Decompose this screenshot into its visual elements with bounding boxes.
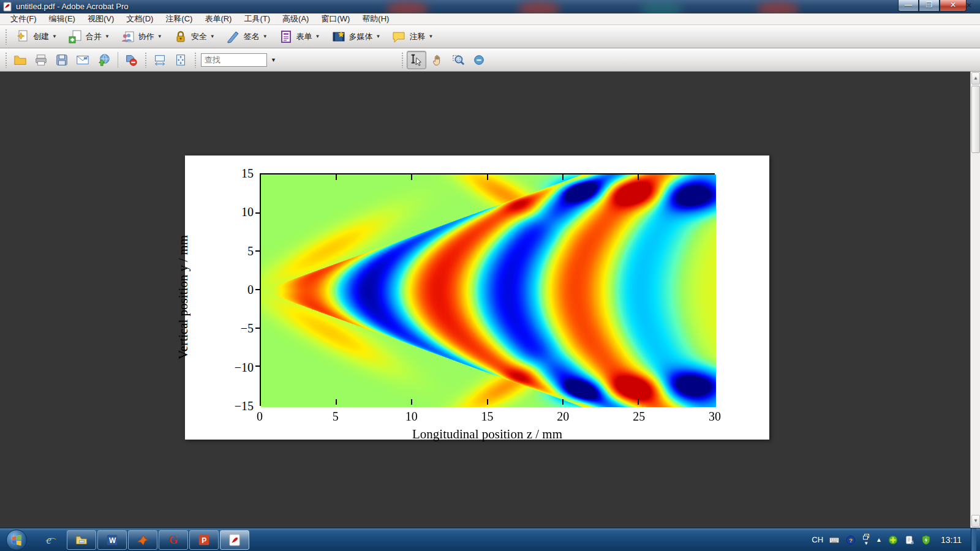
taskbar-clock[interactable]: 13:11 <box>941 535 962 545</box>
collaborate-label: 协作 <box>138 31 154 42</box>
select-tool-button[interactable] <box>407 51 426 69</box>
scrollbar-thumb[interactable] <box>971 86 980 153</box>
y-tick-label: 10 <box>225 205 254 219</box>
power-plug-icon[interactable] <box>904 534 915 545</box>
dropdown-caret-icon[interactable]: ▼ <box>210 34 215 39</box>
explorer-icon <box>75 533 88 547</box>
dropdown-caret-icon[interactable]: ▼ <box>428 34 433 39</box>
keyboard-layout-icon[interactable] <box>829 534 840 545</box>
save-floppy-icon <box>55 53 69 67</box>
fit-width-button[interactable] <box>150 51 170 69</box>
menu-tools[interactable]: 工具(T) <box>238 13 276 25</box>
search-dropdown-caret-icon[interactable]: ▼ <box>271 57 276 63</box>
y-tick-label: 15 <box>225 167 254 181</box>
sign-button[interactable]: 签名▼ <box>221 26 273 47</box>
taskbar-g-app[interactable]: G <box>159 530 188 550</box>
language-indicator[interactable]: CH <box>812 535 823 544</box>
x-tick-label: 0 <box>257 410 263 424</box>
scroll-up-icon[interactable]: ▲ <box>971 72 980 84</box>
marquee-zoom-button[interactable] <box>448 51 468 69</box>
close-button[interactable]: ✕ <box>940 0 967 12</box>
help-tray-icon[interactable]: ? <box>845 534 856 545</box>
restore-button[interactable]: ❐ <box>919 0 940 12</box>
x-tick-label: 10 <box>405 410 418 424</box>
x-tick-label: 20 <box>557 410 569 424</box>
menu-file[interactable]: 文件(F) <box>5 13 42 25</box>
menu-window[interactable]: 窗口(W) <box>315 13 355 25</box>
minimize-button[interactable]: — <box>898 0 919 12</box>
x-tick-label: 30 <box>709 410 721 424</box>
email-button[interactable] <box>73 51 92 69</box>
remove-tool-button[interactable] <box>121 51 141 69</box>
tray-caret-icon[interactable]: ▼ <box>864 541 869 546</box>
vertical-scrollbar[interactable]: ▲ ▼ <box>970 72 980 528</box>
dropdown-caret-icon[interactable]: ▼ <box>315 34 320 39</box>
hand-tool-button[interactable] <box>428 51 447 69</box>
open-folder-icon <box>13 53 27 67</box>
start-button[interactable] <box>6 530 27 550</box>
x-tick-label: 25 <box>633 410 645 424</box>
taskbar-word[interactable]: W <box>97 530 127 550</box>
dropdown-caret-icon[interactable]: ▼ <box>376 34 381 39</box>
dropdown-caret-icon[interactable]: ▼ <box>52 34 57 39</box>
menu-help[interactable]: 帮助(H) <box>356 13 394 25</box>
comment-icon <box>391 29 406 44</box>
fit-page-button[interactable] <box>171 51 190 69</box>
menu-edit[interactable]: 编辑(E) <box>43 13 81 25</box>
open-button[interactable] <box>10 51 30 69</box>
taskbar-internet-explorer[interactable]: e <box>36 530 66 550</box>
file-toolbar: ▼ <box>0 48 980 72</box>
search-input[interactable] <box>201 53 267 67</box>
remove-minus-icon <box>124 53 138 67</box>
y-axis-label: Vertical position y / mm <box>176 218 191 377</box>
taskbar-acrobat[interactable] <box>220 530 249 550</box>
collaborate-button[interactable]: 协作▼ <box>116 26 167 47</box>
create-button[interactable]: 创建▼ <box>10 26 62 47</box>
marquee-zoom-icon <box>451 53 465 67</box>
menu-document[interactable]: 文档(D) <box>121 13 159 25</box>
toolbar-grip <box>5 29 8 45</box>
dropdown-caret-icon[interactable]: ▼ <box>157 34 162 39</box>
window-switch-icon[interactable] <box>862 533 870 541</box>
save-button[interactable] <box>52 51 72 69</box>
windows-logo-icon <box>10 533 23 547</box>
scroll-down-icon[interactable]: ▼ <box>971 515 980 527</box>
taskbar-matlab[interactable] <box>128 530 157 550</box>
combine-button[interactable]: 合并▼ <box>63 26 115 47</box>
taskbar-explorer[interactable] <box>67 530 96 550</box>
document-close-icon[interactable]: ✕ <box>964 1 974 10</box>
tasks-toolbar: 创建▼合并▼协作▼安全▼签名▼表单▼多媒体▼注释▼ <box>0 25 980 48</box>
fit-width-icon <box>153 53 167 67</box>
show-desktop-button[interactable] <box>971 528 976 551</box>
upload-web-button[interactable] <box>94 51 113 69</box>
secure-button[interactable]: 安全▼ <box>168 26 220 47</box>
forms-button[interactable]: 表单▼ <box>274 26 325 47</box>
heatmap-canvas <box>261 174 716 407</box>
toolbar-grip <box>194 52 197 68</box>
menu-bar: 文件(F)编辑(E)视图(V)文档(D)注释(C)表单(R)工具(T)高级(A)… <box>0 13 980 25</box>
acrobat-icon <box>228 533 241 547</box>
email-icon <box>76 53 89 67</box>
hand-tool-icon <box>431 53 444 67</box>
menu-forms[interactable]: 表单(R) <box>199 13 237 25</box>
x-tick-mark <box>562 399 564 405</box>
menu-advanced[interactable]: 高级(A) <box>277 13 314 25</box>
dropdown-caret-icon[interactable]: ▼ <box>105 34 110 39</box>
security-shield-icon[interactable] <box>921 534 932 545</box>
toolbar-grip <box>145 52 148 68</box>
antivirus-orb-icon[interactable] <box>888 534 899 545</box>
collaborate-icon <box>121 29 135 44</box>
internet-explorer-icon: e <box>44 533 58 547</box>
chart-plot-area <box>260 173 715 406</box>
menu-comments[interactable]: 注释(C) <box>160 13 198 25</box>
toolbar-grip <box>5 52 8 68</box>
select-tool-icon <box>410 53 423 67</box>
zoom-out-button[interactable] <box>469 51 489 69</box>
print-button[interactable] <box>31 51 51 69</box>
show-hidden-icons[interactable]: ▲ <box>876 536 882 543</box>
dropdown-caret-icon[interactable]: ▼ <box>263 34 268 39</box>
taskbar-powerpoint[interactable]: P <box>189 530 219 550</box>
comment-button[interactable]: 注释▼ <box>386 26 438 47</box>
multimedia-button[interactable]: 多媒体▼ <box>326 26 386 47</box>
menu-view[interactable]: 视图(V) <box>82 13 119 25</box>
